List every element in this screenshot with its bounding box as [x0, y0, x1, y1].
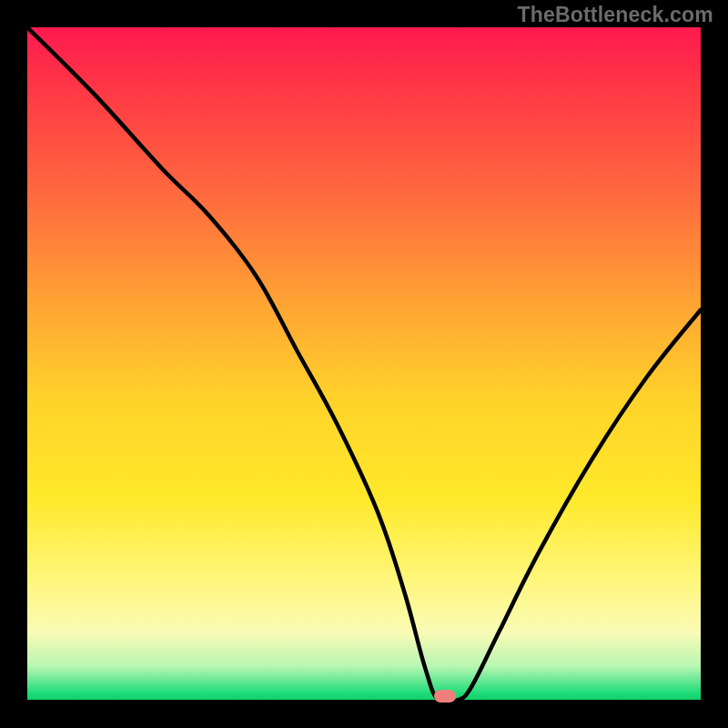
plot-gradient-area	[27, 27, 701, 700]
bottleneck-curve-path	[27, 27, 701, 700]
bottleneck-curve-svg	[27, 27, 701, 700]
bottleneck-chart: TheBottleneck.com	[0, 0, 728, 728]
watermark-text: TheBottleneck.com	[517, 3, 713, 27]
optimal-point-marker	[434, 690, 456, 703]
